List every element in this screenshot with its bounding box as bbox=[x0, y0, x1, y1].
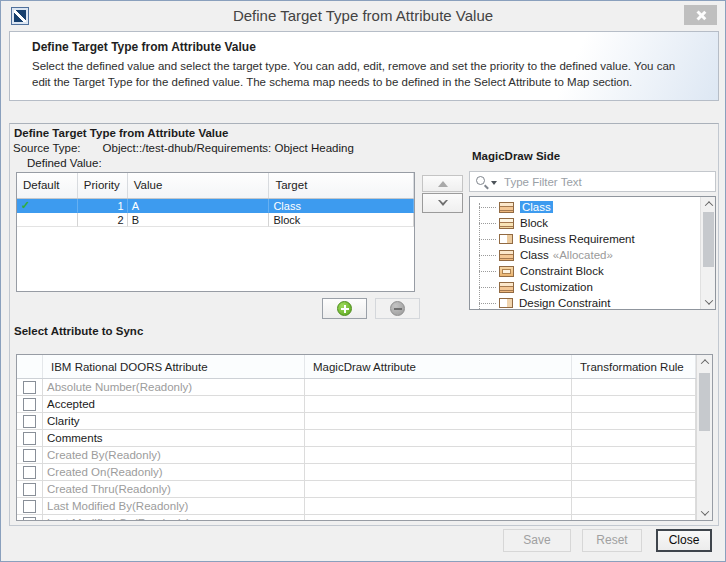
table-row[interactable]: 2BBlock bbox=[17, 213, 414, 227]
tree-item[interactable]: Design Constraint bbox=[470, 295, 699, 309]
magicdraw-attribute-cell[interactable] bbox=[305, 481, 572, 497]
table-row[interactable]: ✓1AClass bbox=[17, 199, 414, 213]
tree-item-label: Design Constraint bbox=[519, 297, 610, 309]
header-description: Select the defined value and select the … bbox=[32, 58, 692, 90]
magicdraw-attribute-cell[interactable] bbox=[305, 396, 572, 412]
checkbox[interactable] bbox=[23, 381, 36, 394]
close-window-button[interactable] bbox=[684, 5, 717, 25]
column-header: Priority bbox=[78, 173, 128, 198]
move-up-button[interactable] bbox=[422, 175, 463, 192]
tree-item[interactable]: Customization bbox=[470, 279, 699, 295]
target-cell: Class bbox=[269, 199, 414, 213]
constraint-block-icon bbox=[499, 266, 514, 277]
checkbox-cell bbox=[17, 413, 43, 429]
magicdraw-attribute-cell[interactable] bbox=[305, 515, 572, 521]
tree-item[interactable]: Block bbox=[470, 215, 699, 231]
checkbox[interactable] bbox=[23, 517, 36, 522]
transformation-rule-cell[interactable] bbox=[572, 498, 696, 514]
scroll-down-icon[interactable] bbox=[697, 506, 712, 520]
save-button[interactable]: Save bbox=[503, 529, 571, 552]
doors-attribute-cell: Created On(Readonly) bbox=[43, 464, 305, 480]
close-icon bbox=[695, 10, 706, 21]
checkbox-column-header bbox=[17, 355, 43, 378]
doors-attribute-cell: Last Modified On(Readonly) bbox=[43, 515, 305, 521]
defined-value-label: Defined Value: bbox=[27, 157, 102, 169]
attribute-row[interactable]: Created By(Readonly) bbox=[17, 447, 712, 464]
checkbox[interactable] bbox=[23, 432, 36, 445]
attribute-row[interactable]: Last Modified By(Readonly) bbox=[17, 498, 712, 515]
priority-cell: 1 bbox=[78, 199, 128, 213]
target-cell: Block bbox=[269, 213, 414, 227]
doors-attribute-cell: Comments bbox=[43, 430, 305, 446]
checkbox[interactable] bbox=[23, 483, 36, 496]
tree-item[interactable]: Business Requirement bbox=[470, 231, 699, 247]
minus-icon bbox=[390, 301, 405, 316]
tree-scrollbar[interactable] bbox=[700, 197, 715, 309]
business-requirement-icon bbox=[499, 234, 513, 244]
transformation-rule-cell[interactable] bbox=[572, 430, 696, 446]
checkbox[interactable] bbox=[23, 415, 36, 428]
filter-dropdown-icon[interactable] bbox=[491, 181, 497, 185]
value-cell: B bbox=[128, 213, 270, 227]
title-bar: Define Target Type from Attribute Value bbox=[1, 1, 725, 31]
add-value-button[interactable] bbox=[322, 298, 367, 319]
doors-attribute-cell: Created Thru(Readonly) bbox=[43, 481, 305, 497]
checkbox[interactable] bbox=[23, 449, 36, 462]
scroll-down-icon[interactable] bbox=[701, 295, 716, 309]
column-header: Transformation Rule bbox=[572, 355, 696, 378]
transformation-rule-cell[interactable] bbox=[572, 481, 696, 497]
tree-item[interactable]: Constraint Block bbox=[470, 263, 699, 279]
header-panel: Define Target Type from Attribute Value … bbox=[9, 31, 719, 101]
checkbox[interactable] bbox=[23, 398, 36, 411]
define-section-title: Define Target Type from Attribute Value bbox=[14, 127, 229, 139]
scroll-up-icon[interactable] bbox=[697, 355, 712, 369]
magicdraw-attribute-cell[interactable] bbox=[305, 464, 572, 480]
transformation-rule-cell[interactable] bbox=[572, 464, 696, 480]
dialog-window: Define Target Type from Attribute Value … bbox=[0, 0, 726, 562]
tree-item[interactable]: Class«Allocated» bbox=[470, 247, 699, 263]
default-cell: ✓ bbox=[17, 199, 78, 213]
checkbox[interactable] bbox=[23, 466, 36, 479]
checkbox[interactable] bbox=[23, 500, 36, 513]
attribute-row[interactable]: Created On(Readonly) bbox=[17, 464, 712, 481]
magicdraw-attribute-cell[interactable] bbox=[305, 447, 572, 463]
filter-input[interactable] bbox=[502, 173, 712, 190]
magicdraw-attribute-cell[interactable] bbox=[305, 430, 572, 446]
column-header: IBM Rational DOORS Attribute bbox=[43, 355, 305, 378]
transformation-rule-cell[interactable] bbox=[572, 396, 696, 412]
transformation-rule-cell[interactable] bbox=[572, 413, 696, 429]
defined-value-table-header: DefaultPriorityValueTarget bbox=[17, 173, 414, 199]
scroll-up-icon[interactable] bbox=[701, 197, 716, 211]
attribute-row[interactable]: Comments bbox=[17, 430, 712, 447]
attribute-row[interactable]: Clarity bbox=[17, 413, 712, 430]
tree-scrollbar-thumb[interactable] bbox=[703, 212, 714, 267]
attribute-row[interactable]: Accepted bbox=[17, 396, 712, 413]
move-down-button[interactable] bbox=[422, 193, 463, 213]
tree-item-label: Customization bbox=[520, 281, 593, 293]
attribute-row[interactable]: Absolute Number(Readonly) bbox=[17, 379, 712, 396]
checkbox-cell bbox=[17, 396, 43, 412]
up-arrow-icon bbox=[438, 181, 448, 187]
attribute-row[interactable]: Last Modified On(Readonly) bbox=[17, 515, 712, 521]
transformation-rule-cell[interactable] bbox=[572, 515, 696, 521]
sync-table-body: Absolute Number(Readonly)AcceptedClarity… bbox=[17, 379, 712, 521]
sync-table-scrollbar[interactable] bbox=[696, 355, 712, 520]
tree-item-label: Class bbox=[520, 201, 553, 213]
header-title: Define Target Type from Attribute Value bbox=[32, 40, 256, 54]
close-button[interactable]: Close bbox=[656, 529, 712, 552]
magicdraw-attribute-cell[interactable] bbox=[305, 379, 572, 395]
transformation-rule-cell[interactable] bbox=[572, 447, 696, 463]
magicdraw-attribute-cell[interactable] bbox=[305, 413, 572, 429]
reset-button[interactable]: Reset bbox=[582, 529, 642, 552]
attribute-row[interactable]: Created Thru(Readonly) bbox=[17, 481, 712, 498]
sync-scrollbar-thumb[interactable] bbox=[699, 373, 710, 431]
magicdraw-side-title: MagicDraw Side bbox=[472, 150, 560, 162]
transformation-rule-cell[interactable] bbox=[572, 379, 696, 395]
sync-table-header: IBM Rational DOORS AttributeMagicDraw At… bbox=[17, 355, 712, 379]
filter-field[interactable] bbox=[469, 171, 716, 192]
tree-item[interactable]: Class bbox=[470, 199, 699, 215]
checkbox-cell bbox=[17, 430, 43, 446]
magicdraw-attribute-cell[interactable] bbox=[305, 498, 572, 514]
remove-value-button[interactable] bbox=[375, 298, 420, 319]
tree-item-label: Business Requirement bbox=[519, 233, 635, 245]
